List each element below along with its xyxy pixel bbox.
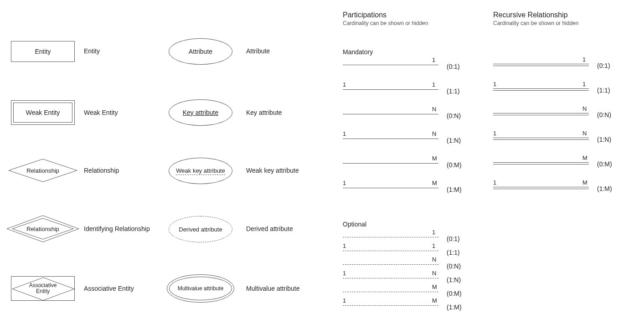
weak-key-attribute-symbol-text: Weak key attribute [176,167,225,175]
optional-5-caption: (1:M) [447,304,462,311]
recursive-4-right: M [582,154,587,161]
recursive-3-right: N [582,130,587,137]
recursive-2-caption: (0:N) [597,111,611,118]
recursive-5-right: M [582,179,587,186]
mandatory-4-line [343,163,438,164]
weak-entity-symbol-text: Weak Entity [26,109,60,116]
recursive-1-left: 1 [493,81,496,87]
attribute-symbol: Attribute [169,38,232,65]
optional-4-right: M [432,283,437,290]
key-attribute-label: Key attribute [246,109,282,116]
optional-3-left: 1 [343,270,346,277]
optional-1-right: 1 [432,242,435,249]
relationship-symbol-text: Relationship [8,159,77,182]
recursive-4-line-bot [493,164,589,165]
mandatory-3-line [343,139,438,139]
associative-entity-symbol: Associative Entity [11,276,75,301]
optional-3-caption: (1:N) [447,276,461,283]
recursive-0-line-bot [493,66,589,66]
entity-label: Entity [84,47,100,55]
mandatory-2-right: N [432,106,436,113]
key-attribute-symbol: Key attribute [169,99,232,126]
weak-key-attribute-label: Weak key attribute [246,167,299,174]
derived-attribute-symbol-text: Derived attribute [179,226,222,233]
optional-3-line [343,278,438,278]
recursive-1-right: 1 [582,81,586,87]
mandatory-5-line [343,188,438,188]
recursive-1-caption: (1:1) [597,87,610,94]
mandatory-4-right: M [432,155,437,162]
weak-key-attribute-symbol: Weak key attribute [169,158,232,184]
weak-entity-label: Weak Entity [84,109,118,116]
recursive-2-line-bot [493,115,589,115]
recursive-0-right: 1 [582,56,586,63]
mandatory-label: Mandatory [343,48,373,56]
recursive-3-line-top [493,138,589,138]
identifying-relationship-symbol-text: Relationship [6,215,79,242]
recursive-3-left: 1 [493,130,496,137]
mandatory-2-caption: (0:N) [447,112,461,119]
recursive-2-line-top [493,113,589,113]
mandatory-0-right: 1 [432,57,435,63]
identifying-relationship-symbol: Relationship [6,215,79,242]
relationship-label: Relationship [84,167,119,174]
identifying-relationship-label: Identifying Relationship [84,225,150,232]
mandatory-1-left: 1 [343,81,346,88]
attribute-symbol-text: Attribute [189,48,212,55]
mandatory-5-right: M [432,180,437,186]
mandatory-3-right: N [432,130,436,137]
optional-0-line [343,237,438,237]
optional-0-right: 1 [432,229,435,236]
optional-3-right: N [432,270,436,277]
optional-2-caption: (0:N) [447,262,461,270]
optional-5-left: 1 [343,297,346,304]
recursive-5-caption: (1:M) [597,185,612,192]
mandatory-4-caption: (0:M) [447,161,462,169]
recursive-1-line-top [493,88,589,89]
mandatory-3-caption: (1:N) [447,137,461,144]
recursive-5-line-bot [493,189,589,189]
recursive-5-left: 1 [493,179,496,186]
derived-attribute-symbol: Derived attribute [169,216,232,242]
optional-1-caption: (1:1) [447,249,460,256]
entity-symbol-text: Entity [35,48,51,55]
recursive-3-caption: (1:N) [597,136,611,143]
recursive-3-line-bot [493,139,589,140]
mandatory-1-right: 1 [432,81,435,88]
optional-0-caption: (0:1) [447,235,460,242]
optional-4-caption: (0:M) [447,290,462,297]
mandatory-0-line [343,65,438,65]
mandatory-0-caption: (0:1) [447,63,460,70]
optional-2-line [343,264,438,265]
key-attribute-symbol-text: Key attribute [183,109,219,116]
recursive-1-line-bot [493,90,589,91]
associative-entity-symbol-text-2: Entity [36,288,50,294]
recursive-4-line-top [493,162,589,163]
mandatory-5-left: 1 [343,180,346,186]
mandatory-1-caption: (1:1) [447,87,460,95]
recursive-0-caption: (0:1) [597,62,610,69]
multivalue-attribute-label: Multivalue attribute [246,285,300,292]
optional-1-line [343,251,438,251]
participations-subtitle: Cardinality can be shown or hidden [343,20,428,26]
optional-4-line [343,292,438,292]
optional-label: Optional [343,221,366,228]
mandatory-5-caption: (1:M) [447,186,462,193]
mandatory-3-left: 1 [343,130,346,137]
recursive-2-right: N [582,105,587,112]
participations-title: Participations [343,11,386,19]
optional-5-right: M [432,297,437,304]
entity-symbol: Entity [11,41,75,62]
relationship-symbol: Relationship [8,159,77,182]
recursive-title: Recursive Relationship [493,11,568,19]
optional-5-line [343,305,438,306]
recursive-5-line-top [493,187,589,187]
recursive-subtitle: Cardinality can be shown or hidden [493,20,578,26]
derived-attribute-label: Derived attribute [246,225,293,232]
optional-1-left: 1 [343,242,346,249]
recursive-0-line-top [493,64,589,64]
mandatory-1-line [343,89,438,90]
multivalue-attribute-symbol: Multivalue attribute [167,274,234,303]
attribute-label: Attribute [246,47,270,55]
mandatory-2-line [343,114,438,114]
